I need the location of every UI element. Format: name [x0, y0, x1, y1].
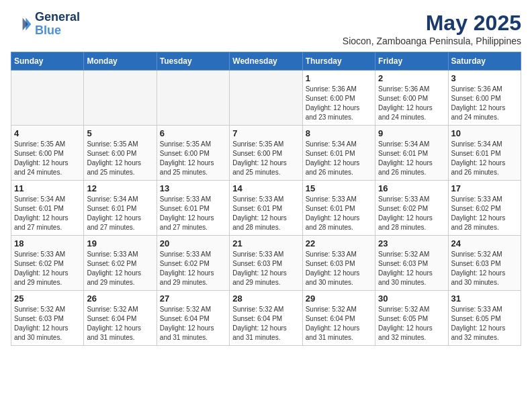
calendar-cell: 15Sunrise: 5:33 AM Sunset: 6:01 PM Dayli… [302, 181, 375, 236]
calendar-cell: 17Sunrise: 5:33 AM Sunset: 6:02 PM Dayli… [448, 181, 521, 236]
calendar-cell: 9Sunrise: 5:34 AM Sunset: 6:01 PM Daylig… [375, 126, 448, 181]
day-number: 15 [306, 183, 372, 193]
day-info: Sunrise: 5:36 AM Sunset: 6:00 PM Dayligh… [306, 85, 372, 122]
day-info: Sunrise: 5:35 AM Sunset: 6:00 PM Dayligh… [14, 140, 81, 177]
calendar-cell: 14Sunrise: 5:33 AM Sunset: 6:01 PM Dayli… [230, 181, 302, 236]
day-number: 18 [14, 238, 81, 248]
day-number: 28 [232, 293, 299, 304]
weekday-header: Tuesday [157, 52, 229, 71]
day-number: 9 [378, 128, 445, 138]
day-info: Sunrise: 5:33 AM Sunset: 6:02 PM Dayligh… [160, 250, 226, 287]
calendar-cell [84, 71, 157, 126]
calendar-cell: 8Sunrise: 5:34 AM Sunset: 6:01 PM Daylig… [302, 126, 375, 181]
day-number: 27 [160, 293, 226, 304]
day-number: 26 [87, 293, 153, 304]
day-info: Sunrise: 5:33 AM Sunset: 6:05 PM Dayligh… [451, 305, 518, 342]
day-info: Sunrise: 5:35 AM Sunset: 6:00 PM Dayligh… [160, 140, 226, 177]
calendar-cell [11, 71, 84, 126]
logo-line2: Blue [35, 24, 80, 38]
calendar-cell: 10Sunrise: 5:34 AM Sunset: 6:01 PM Dayli… [448, 126, 521, 181]
calendar-cell: 13Sunrise: 5:33 AM Sunset: 6:01 PM Dayli… [157, 181, 229, 236]
day-info: Sunrise: 5:36 AM Sunset: 6:00 PM Dayligh… [451, 85, 518, 122]
day-info: Sunrise: 5:32 AM Sunset: 6:04 PM Dayligh… [306, 305, 372, 342]
calendar-cell: 21Sunrise: 5:33 AM Sunset: 6:03 PM Dayli… [230, 236, 302, 291]
day-info: Sunrise: 5:33 AM Sunset: 6:01 PM Dayligh… [306, 195, 372, 232]
day-number: 29 [306, 293, 372, 304]
calendar-title: May 2025 [343, 11, 521, 36]
calendar-week-row: 25Sunrise: 5:32 AM Sunset: 6:03 PM Dayli… [11, 291, 521, 346]
day-info: Sunrise: 5:33 AM Sunset: 6:03 PM Dayligh… [232, 250, 299, 287]
day-info: Sunrise: 5:35 AM Sunset: 6:00 PM Dayligh… [87, 140, 153, 177]
calendar-cell: 5Sunrise: 5:35 AM Sunset: 6:00 PM Daylig… [84, 126, 157, 181]
calendar-cell: 30Sunrise: 5:32 AM Sunset: 6:05 PM Dayli… [375, 291, 448, 346]
page-header: General Blue May 2025 Siocon, Zamboanga … [11, 11, 521, 46]
calendar-cell [157, 71, 229, 126]
day-info: Sunrise: 5:32 AM Sunset: 6:05 PM Dayligh… [378, 305, 445, 342]
day-info: Sunrise: 5:32 AM Sunset: 6:03 PM Dayligh… [451, 250, 518, 287]
day-info: Sunrise: 5:33 AM Sunset: 6:02 PM Dayligh… [378, 195, 445, 232]
weekday-header: Friday [375, 52, 448, 71]
day-number: 7 [232, 128, 299, 138]
day-number: 10 [451, 128, 518, 138]
day-info: Sunrise: 5:34 AM Sunset: 6:01 PM Dayligh… [451, 140, 518, 177]
day-info: Sunrise: 5:34 AM Sunset: 6:01 PM Dayligh… [306, 140, 372, 177]
weekday-header: Thursday [302, 52, 375, 71]
day-number: 13 [160, 183, 226, 193]
day-number: 4 [14, 128, 81, 138]
day-number: 22 [306, 238, 372, 248]
calendar-cell: 25Sunrise: 5:32 AM Sunset: 6:03 PM Dayli… [11, 291, 84, 346]
calendar-table: SundayMondayTuesdayWednesdayThursdayFrid… [11, 52, 521, 346]
calendar-week-row: 1Sunrise: 5:36 AM Sunset: 6:00 PM Daylig… [11, 71, 521, 126]
day-info: Sunrise: 5:32 AM Sunset: 6:04 PM Dayligh… [160, 305, 226, 342]
calendar-subtitle: Siocon, Zamboanga Peninsula, Philippines [343, 36, 521, 46]
day-number: 31 [451, 293, 518, 304]
day-number: 16 [378, 183, 445, 193]
day-info: Sunrise: 5:34 AM Sunset: 6:01 PM Dayligh… [14, 195, 81, 232]
day-number: 30 [378, 293, 445, 304]
weekday-header: Sunday [11, 52, 84, 71]
calendar-cell: 19Sunrise: 5:33 AM Sunset: 6:02 PM Dayli… [84, 236, 157, 291]
calendar-cell: 7Sunrise: 5:35 AM Sunset: 6:00 PM Daylig… [230, 126, 302, 181]
day-info: Sunrise: 5:32 AM Sunset: 6:03 PM Dayligh… [378, 250, 445, 287]
day-number: 2 [378, 73, 445, 83]
calendar-cell: 18Sunrise: 5:33 AM Sunset: 6:02 PM Dayli… [11, 236, 84, 291]
day-info: Sunrise: 5:34 AM Sunset: 6:01 PM Dayligh… [378, 140, 445, 177]
calendar-cell: 16Sunrise: 5:33 AM Sunset: 6:02 PM Dayli… [375, 181, 448, 236]
day-info: Sunrise: 5:35 AM Sunset: 6:00 PM Dayligh… [232, 140, 299, 177]
calendar-week-row: 4Sunrise: 5:35 AM Sunset: 6:00 PM Daylig… [11, 126, 521, 181]
calendar-cell: 11Sunrise: 5:34 AM Sunset: 6:01 PM Dayli… [11, 181, 84, 236]
logo-line1: General [35, 11, 80, 24]
day-number: 3 [451, 73, 518, 83]
calendar-cell: 6Sunrise: 5:35 AM Sunset: 6:00 PM Daylig… [157, 126, 229, 181]
calendar-cell: 23Sunrise: 5:32 AM Sunset: 6:03 PM Dayli… [375, 236, 448, 291]
day-info: Sunrise: 5:33 AM Sunset: 6:02 PM Dayligh… [14, 250, 81, 287]
day-number: 21 [232, 238, 299, 248]
day-number: 5 [87, 128, 153, 138]
weekday-header: Wednesday [230, 52, 302, 71]
calendar-cell: 24Sunrise: 5:32 AM Sunset: 6:03 PM Dayli… [448, 236, 521, 291]
calendar-week-row: 18Sunrise: 5:33 AM Sunset: 6:02 PM Dayli… [11, 236, 521, 291]
calendar-cell: 27Sunrise: 5:32 AM Sunset: 6:04 PM Dayli… [157, 291, 229, 346]
calendar-cell: 2Sunrise: 5:36 AM Sunset: 6:00 PM Daylig… [375, 71, 448, 126]
day-number: 8 [306, 128, 372, 138]
day-number: 17 [451, 183, 518, 193]
calendar-cell: 20Sunrise: 5:33 AM Sunset: 6:02 PM Dayli… [157, 236, 229, 291]
day-number: 11 [14, 183, 81, 193]
calendar-cell: 4Sunrise: 5:35 AM Sunset: 6:00 PM Daylig… [11, 126, 84, 181]
day-info: Sunrise: 5:32 AM Sunset: 6:03 PM Dayligh… [14, 305, 81, 342]
weekday-header: Monday [84, 52, 157, 71]
day-number: 20 [160, 238, 226, 248]
calendar-cell: 26Sunrise: 5:32 AM Sunset: 6:04 PM Dayli… [84, 291, 157, 346]
day-info: Sunrise: 5:34 AM Sunset: 6:01 PM Dayligh… [87, 195, 153, 232]
day-info: Sunrise: 5:33 AM Sunset: 6:02 PM Dayligh… [451, 195, 518, 232]
day-info: Sunrise: 5:32 AM Sunset: 6:04 PM Dayligh… [87, 305, 153, 342]
calendar-cell: 1Sunrise: 5:36 AM Sunset: 6:00 PM Daylig… [302, 71, 375, 126]
day-info: Sunrise: 5:33 AM Sunset: 6:03 PM Dayligh… [306, 250, 372, 287]
day-number: 6 [160, 128, 226, 138]
day-info: Sunrise: 5:32 AM Sunset: 6:04 PM Dayligh… [232, 305, 299, 342]
day-number: 25 [14, 293, 81, 304]
day-number: 12 [87, 183, 153, 193]
weekday-header: Saturday [448, 52, 521, 71]
calendar-header: SundayMondayTuesdayWednesdayThursdayFrid… [11, 52, 521, 71]
calendar-cell: 22Sunrise: 5:33 AM Sunset: 6:03 PM Dayli… [302, 236, 375, 291]
